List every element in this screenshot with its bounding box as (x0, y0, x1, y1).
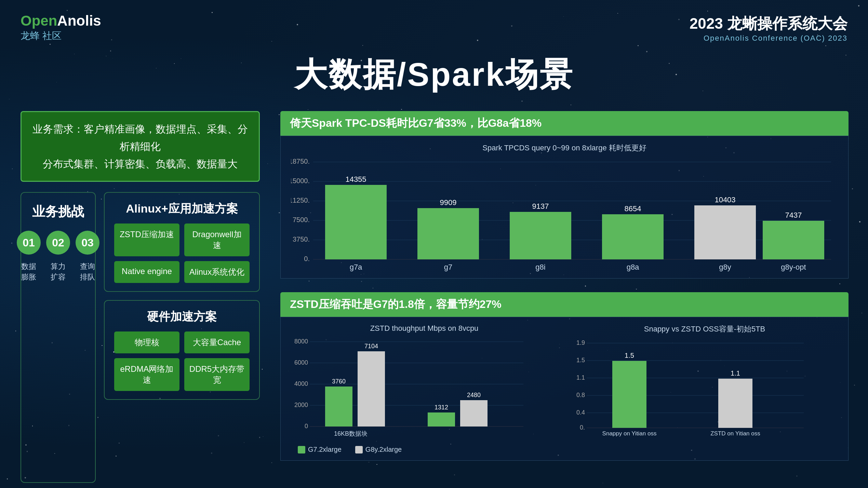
svg-text:1.5: 1.5 (576, 357, 585, 364)
legend-color-g8y (355, 446, 363, 453)
svg-rect-47 (460, 400, 488, 426)
svg-text:3760: 3760 (332, 378, 346, 385)
challenges-title: 业务挑战 (32, 203, 84, 220)
svg-text:6000: 6000 (294, 359, 308, 366)
svg-text:0.: 0. (304, 255, 310, 262)
chart2-left-svg: 8000 6000 4000 2000 0 (291, 338, 530, 441)
chart2-left: ZSTD thoughput Mbps on 8vcpu 8000 6000 4… (291, 324, 558, 442)
hardware-buttons: 物理核 大容量Cache eRDMA网络加速 DDR5大内存带宽 (114, 331, 250, 391)
svg-text:1.5: 1.5 (625, 352, 634, 359)
svg-text:11250.: 11250. (291, 196, 310, 204)
btn-native-engine[interactable]: Native engine (114, 261, 179, 283)
btn-physical-core[interactable]: 物理核 (114, 331, 179, 353)
btn-alinux-opt[interactable]: Alinux系统优化 (184, 261, 250, 283)
svg-text:0.8: 0.8 (576, 392, 585, 398)
chart2-right-svg: 1.9 1.5 1.1 0.8 0.4 0. (571, 340, 811, 442)
btn-ddr5[interactable]: DDR5大内存带宽 (184, 358, 250, 391)
svg-text:8654: 8654 (625, 204, 641, 213)
challenge-items: 01 02 03 (17, 231, 99, 255)
legend-label-g8y: G8y.2xlarge (365, 446, 402, 453)
chart2-section: ZSTD压缩吞吐是G7的1.8倍，容量节约27% ZSTD thoughput … (280, 292, 849, 461)
challenge-label-3: 查询排队 (76, 261, 99, 283)
hardware-solution-box: 硬件加速方案 物理核 大容量Cache eRDMA网络加速 DDR5大内存带宽 (104, 300, 260, 400)
chart2-body: ZSTD thoughput Mbps on 8vcpu 8000 6000 4… (280, 317, 849, 461)
logo-subtitle: 龙蜂 社区 (21, 29, 101, 42)
svg-text:7500.: 7500. (293, 216, 310, 223)
page-title: 大数据/Spark场景 (21, 53, 847, 97)
challenge-labels: 数据膨胀 算力扩容 查询排队 (17, 261, 99, 283)
svg-text:3750.: 3750. (293, 235, 310, 243)
svg-text:1312: 1312 (435, 404, 448, 411)
challenges-solutions: 业务挑战 01 02 03 数据膨胀 算力扩容 查询排队 (21, 192, 260, 483)
svg-text:18750.: 18750. (291, 159, 310, 165)
svg-rect-45 (428, 412, 455, 426)
svg-rect-61 (612, 361, 646, 428)
svg-text:g8y: g8y (719, 263, 731, 271)
right-panel: 倚天Spark TPC-DS耗时比G7省33%，比G8a省18% Spark T… (280, 111, 849, 483)
challenge-label-1: 数据膨胀 (17, 261, 41, 283)
svg-text:9137: 9137 (532, 202, 549, 211)
conf-main-title: 2023 龙蜥操作系统大会 (690, 14, 847, 34)
btn-zstd[interactable]: ZSTD压缩加速 (114, 223, 179, 256)
logo-area: OpenAnolis 龙蜂 社区 (21, 14, 101, 42)
svg-text:15000.: 15000. (291, 177, 310, 185)
challenge-circle-3: 03 (76, 231, 99, 255)
left-panel: 业务需求：客户精准画像，数据埋点、采集、分析精细化分布式集群、计算密集、负载高、… (21, 111, 260, 483)
svg-rect-40 (325, 387, 352, 426)
svg-rect-64 (718, 379, 752, 428)
alinux-title: Alinux+应用加速方案 (114, 201, 250, 217)
chart1-section: 倚天Spark TPC-DS耗时比G7省33%，比G8a省18% Spark T… (280, 111, 849, 279)
legend: G7.2xlarge G8y.2xlarge (291, 442, 838, 457)
svg-text:4000: 4000 (294, 380, 308, 387)
solutions-column: Alinux+应用加速方案 ZSTD压缩加速 Dragonwell加速 Nati… (104, 192, 260, 483)
conference-title: 2023 龙蜥操作系统大会 OpenAnolis Conference (OAC… (690, 14, 847, 43)
svg-text:g8i: g8i (535, 263, 545, 271)
svg-rect-21 (602, 214, 664, 259)
svg-text:2000: 2000 (294, 402, 308, 408)
svg-text:10403: 10403 (715, 195, 735, 204)
legend-item-g7: G7.2xlarge (298, 446, 342, 453)
svg-rect-18 (510, 212, 571, 259)
svg-text:0.4: 0.4 (576, 409, 585, 416)
chart1-svg: 18750. 15000. 11250. 7500. 3750. 0. (291, 159, 838, 275)
svg-text:7437: 7437 (785, 211, 802, 219)
svg-text:0: 0 (305, 423, 308, 430)
chart2-row: ZSTD thoughput Mbps on 8vcpu 8000 6000 4… (291, 324, 838, 442)
challenge-circle-1: 01 (17, 231, 41, 255)
anolis-text: Anolis (57, 13, 101, 29)
svg-rect-15 (417, 208, 479, 259)
svg-text:7104: 7104 (364, 343, 378, 350)
svg-text:1.9: 1.9 (576, 340, 585, 346)
alinux-solution-box: Alinux+应用加速方案 ZSTD压缩加速 Dragonwell加速 Nati… (104, 192, 260, 292)
svg-text:g8y-opt: g8y-opt (781, 263, 806, 271)
challenge-label-2: 算力扩容 (46, 261, 70, 283)
svg-text:8000: 8000 (294, 338, 308, 345)
chart1-body: Spark TPCDS query 0~99 on 8xlarge 耗时低更好 … (280, 136, 849, 279)
chart2-header: ZSTD压缩吞吐是G7的1.8倍，容量节约27% (280, 292, 849, 317)
svg-text:ZSTD on Yitian oss: ZSTD on Yitian oss (710, 430, 760, 437)
business-req-text: 业务需求：客户精准画像，数据埋点、采集、分析精细化分布式集群、计算密集、负载高、… (32, 123, 248, 170)
svg-text:14355: 14355 (345, 175, 366, 184)
chart1-subtitle: Spark TPCDS query 0~99 on 8xlarge 耗时低更好 (291, 143, 838, 153)
btn-dragonwell[interactable]: Dragonwell加速 (184, 223, 250, 256)
chart2-left-subtitle: ZSTD thoughput Mbps on 8vcpu (291, 324, 558, 333)
alinux-buttons: ZSTD压缩加速 Dragonwell加速 Native engine Alin… (114, 223, 250, 283)
svg-text:9909: 9909 (440, 198, 457, 207)
svg-text:1.1: 1.1 (576, 374, 585, 381)
hardware-title: 硬件加速方案 (114, 309, 250, 325)
svg-rect-27 (763, 221, 824, 259)
conf-sub-title: OpenAnolis Conference (OAC) 2023 (690, 34, 847, 43)
svg-text:g7: g7 (444, 263, 452, 271)
legend-item-g8y: G8y.2xlarge (355, 446, 402, 453)
header: OpenAnolis 龙蜂 社区 2023 龙蜥操作系统大会 OpenAnoli… (21, 14, 847, 43)
chart2-right: Snappy vs ZSTD OSS容量-初始5TB 1.9 1.5 1.1 0… (571, 324, 838, 442)
btn-erdma[interactable]: eRDMA网络加速 (114, 358, 179, 391)
svg-text:2480: 2480 (467, 392, 481, 398)
svg-text:1.1: 1.1 (731, 369, 740, 377)
business-req-box: 业务需求：客户精准画像，数据埋点、采集、分析精细化分布式集群、计算密集、负载高、… (21, 111, 260, 182)
btn-large-cache[interactable]: 大容量Cache (184, 331, 250, 353)
svg-rect-24 (694, 205, 756, 259)
open-text: Open (21, 13, 57, 29)
svg-rect-12 (325, 185, 387, 259)
svg-rect-42 (358, 351, 385, 426)
